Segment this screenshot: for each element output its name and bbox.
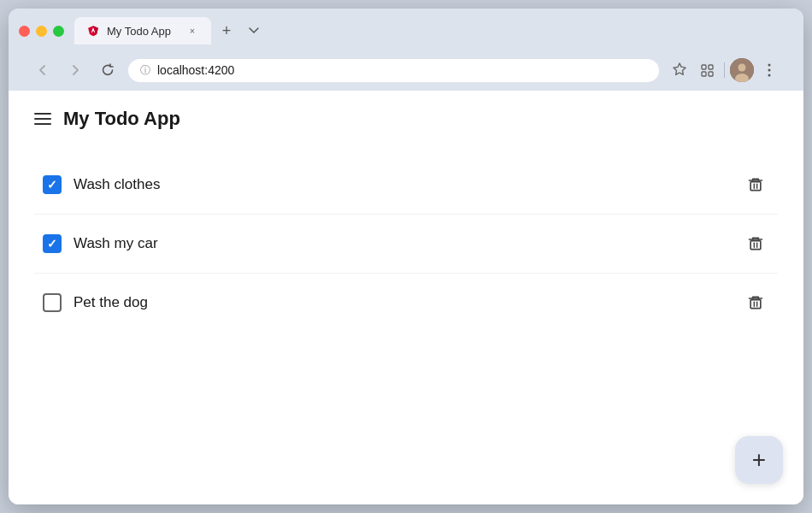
avatar (730, 58, 754, 82)
puzzle-icon (700, 63, 715, 78)
hamburger-menu-button[interactable] (34, 113, 51, 125)
chevron-down-icon (249, 27, 259, 34)
checkmark-icon: ✓ (47, 238, 57, 250)
reload-button[interactable] (96, 58, 120, 82)
title-bar-top: My Todo App × + (19, 17, 793, 44)
user-avatar (730, 58, 754, 82)
svg-rect-6 (702, 72, 706, 76)
svg-rect-5 (709, 65, 713, 69)
address-bar: ⓘ (19, 51, 793, 91)
forward-button[interactable] (63, 58, 87, 82)
todo-item: ✓ Wash clothes (34, 156, 778, 215)
menu-line-2 (34, 118, 51, 120)
delete-button-1[interactable] (742, 171, 769, 198)
menu-button[interactable] (757, 58, 781, 82)
minimize-button[interactable] (36, 26, 47, 37)
todo-list: ✓ Wash clothes ✓ Was (9, 147, 803, 340)
todo-checkbox-3[interactable] (43, 293, 62, 312)
svg-point-11 (768, 64, 771, 67)
reload-icon (101, 63, 115, 77)
toolbar-divider (724, 62, 725, 78)
forward-icon (68, 63, 82, 77)
app-title: My Todo App (63, 108, 180, 130)
todo-text-2: Wash my car (74, 235, 730, 252)
star-icon (673, 62, 686, 78)
todo-checkbox-1[interactable]: ✓ (43, 175, 62, 194)
todo-checkbox-2[interactable]: ✓ (43, 234, 62, 253)
trash-icon (747, 294, 764, 311)
todo-text-3: Pet the dog (74, 294, 730, 311)
tab-close-button[interactable]: × (185, 24, 199, 38)
trash-icon (747, 235, 764, 252)
todo-text-1: Wash clothes (74, 176, 730, 193)
delete-button-3[interactable] (742, 289, 769, 316)
svg-rect-17 (750, 241, 761, 250)
angular-icon (87, 25, 99, 37)
extensions-button[interactable] (695, 58, 719, 82)
close-button[interactable] (19, 26, 30, 37)
url-input[interactable] (157, 63, 647, 77)
svg-rect-14 (750, 182, 761, 191)
maximize-button[interactable] (53, 26, 64, 37)
trash-icon (747, 176, 764, 193)
info-icon: ⓘ (140, 63, 150, 78)
svg-point-9 (738, 64, 746, 72)
checkmark-icon: ✓ (47, 179, 57, 191)
app-header: My Todo App (9, 91, 803, 147)
title-bar: My Todo App × + (9, 9, 803, 91)
back-icon (36, 63, 50, 77)
window-controls (19, 26, 64, 37)
active-tab[interactable]: My Todo App × (74, 17, 211, 44)
svg-rect-7 (709, 72, 713, 76)
svg-point-13 (768, 74, 771, 77)
more-vert-icon (768, 63, 771, 77)
url-bar[interactable]: ⓘ (128, 59, 659, 82)
tab-title: My Todo App (107, 25, 179, 38)
tab-dropdown-button[interactable] (242, 19, 266, 43)
svg-point-12 (768, 69, 771, 72)
back-button[interactable] (31, 58, 55, 82)
address-actions (668, 58, 781, 82)
svg-rect-20 (750, 300, 761, 309)
new-tab-button[interactable]: + (215, 19, 238, 43)
tab-favicon (86, 24, 100, 38)
todo-item: Pet the dog (34, 274, 778, 332)
svg-rect-4 (702, 65, 706, 69)
bookmark-button[interactable] (668, 58, 691, 82)
menu-line-3 (34, 123, 51, 125)
tab-bar: My Todo App × + (74, 17, 266, 44)
todo-item: ✓ Wash my car (34, 215, 778, 274)
add-todo-button[interactable]: + (735, 436, 783, 484)
browser-window: My Todo App × + (9, 9, 803, 504)
page-content: My Todo App ✓ Wash clothes (9, 91, 803, 504)
menu-line-1 (34, 113, 51, 115)
avatar-button[interactable] (730, 58, 754, 82)
delete-button-2[interactable] (742, 230, 769, 257)
